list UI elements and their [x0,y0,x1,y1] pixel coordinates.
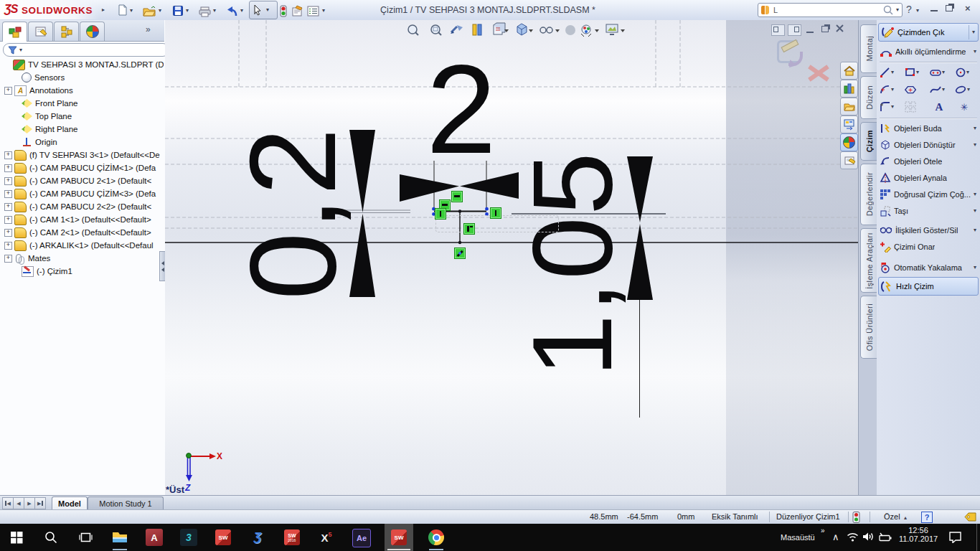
search-input[interactable] [772,5,880,15]
undo-dropdown-icon[interactable]: ▾ [240,8,243,14]
select-tool-button[interactable]: ▾ [249,1,278,19]
line-tool[interactable]: ▾ [880,65,898,80]
relation-horizontal-icon[interactable] [451,191,463,202]
search-icon[interactable] [883,5,893,15]
help-button[interactable]: ? [906,4,912,15]
section-view-icon[interactable] [473,24,481,35]
tab-montaj[interactable]: Montaj [860,24,877,73]
dropdown-icon[interactable]: ▾ [891,87,894,93]
last-tab-button[interactable]: ▶ [34,497,46,509]
dropdown-icon[interactable]: ▾ [974,208,976,214]
start-button[interactable] [8,529,25,546]
next-tab-button[interactable]: ▶ [24,497,35,509]
expander-icon[interactable]: + [4,242,12,250]
custom-properties-toggle[interactable]: Özel [884,512,900,521]
dropdown-icon[interactable] [529,29,533,32]
tree-item-annotations[interactable]: +AAnnotations [3,84,164,97]
slot-tool[interactable]: ▾ [930,65,948,80]
rebuild-status-icon[interactable] [852,512,860,523]
polygon-tool[interactable] [905,82,923,98]
tree-item-top-plane[interactable]: Top Plane [3,110,164,123]
expander-icon[interactable]: + [4,87,12,95]
tab-property-manager[interactable] [28,22,53,41]
tab-degerlendir[interactable]: Değerlendir [860,164,877,225]
taskbar-search-icon[interactable] [42,529,60,546]
tree-item-component[interactable]: +(-) ARKALIK<1> (Default<<Defaul [3,239,164,252]
rebuild-traffic-light-icon[interactable] [280,2,287,19]
home-icon[interactable] [840,62,858,80]
child-minimize-button[interactable] [806,32,814,33]
expander-icon[interactable]: + [4,177,12,185]
circle-tool[interactable]: ▾ [955,65,974,80]
repair-sketch-button[interactable]: Çizimi Onar [878,239,979,254]
resources-icon[interactable] [840,80,858,98]
expander-icon[interactable]: + [4,190,12,198]
pane-split-right-button[interactable] [788,24,801,36]
relation-vertical-icon[interactable] [435,208,446,220]
child-restore-button[interactable] [821,26,829,32]
tree-item-root[interactable]: TV SEHPASI 3 MONTAJ.SLDPRT (Defa [3,58,164,71]
action-center-icon[interactable] [948,531,962,543]
dropdown-icon[interactable]: ▾ [974,142,976,148]
expander-icon[interactable]: + [4,229,12,237]
dropdown-icon[interactable]: ▾ [891,104,894,110]
chrome-icon[interactable] [428,529,445,546]
tree-item-component[interactable]: +(-) CAM PABUCU 2<1> (Default< [3,174,164,187]
move-entities-button[interactable]: Taşı▾ [878,203,979,218]
design-library-folder-icon[interactable] [840,98,858,116]
tab-cizim[interactable]: Çizim [860,122,877,161]
fillet-tool[interactable]: ▾ [880,99,898,115]
save-dropdown-icon[interactable]: ▾ [186,8,189,14]
solidworks-resources-icon[interactable]: Ʒ [249,529,266,546]
tab-model[interactable]: Model [52,496,88,510]
dropdown-icon[interactable]: ▾ [974,192,976,197]
pane-split-left-button[interactable] [771,24,785,36]
menu-flyout-icon[interactable]: ▸ [102,7,105,13]
tray-overflow-icon[interactable]: » [821,527,825,534]
tree-item-sketch[interactable]: (-) Çizim1 [3,265,164,278]
expander-icon[interactable]: + [4,151,12,159]
filter-dropdown-icon[interactable]: ▾ [19,47,22,53]
convert-entities-button[interactable]: Objeleri Dönüştür▾ [878,137,979,152]
edit-appearance-icon[interactable] [581,25,591,37]
open-dropdown-icon[interactable]: ▾ [159,8,161,14]
tree-item-right-plane[interactable]: Right Plane [3,123,164,136]
undo-button[interactable] [225,3,238,20]
dropdown-icon[interactable] [621,29,625,32]
hide-show-items-icon[interactable] [540,27,552,33]
new-document-button[interactable] [117,1,128,19]
mirror-entities-button[interactable]: Objeleri Aynala [878,170,979,185]
spline-tool[interactable]: ▾ [930,82,948,98]
previous-view-icon[interactable] [451,25,463,34]
rectangle-tool[interactable]: ▾ [905,65,923,80]
dropdown-icon[interactable]: ▾ [891,70,894,75]
expand-up-icon[interactable]: ▴ [904,514,907,521]
heads-up-view-toolbar[interactable] [404,22,626,39]
restore-button[interactable] [946,5,953,11]
clock[interactable]: 12:56 11.07.2017 [895,526,941,543]
tag-icon[interactable] [964,512,976,522]
print-button[interactable] [199,3,211,20]
dimension-value-left[interactable]: 0,2 [244,126,341,300]
view-orientation-icon[interactable] [494,23,505,34]
dropdown-icon[interactable]: ▾ [967,87,970,93]
rapid-sketch-button[interactable]: Hızlı Çizim [878,277,979,296]
appearances-scenes-icon[interactable] [840,133,858,151]
tree-item-component[interactable]: +(-) CAM 2<1> (Default<<Default> [3,226,164,239]
solidworks-2016-icon[interactable]: SW 2016 [283,529,301,546]
close-button[interactable]: × [965,4,971,13]
tab-motion-study[interactable]: Motion Study 1 [88,496,164,510]
x5-app-icon[interactable]: X 5 [318,529,335,546]
ellipse-tool[interactable]: ▾ [955,82,974,98]
battery-icon[interactable] [878,532,892,542]
dropdown-icon[interactable]: ▾ [974,49,976,55]
arc-tool[interactable]: ▾ [880,82,898,98]
quick-tips-help-button[interactable]: ? [921,512,933,523]
tree-item-sensors[interactable]: Sensors [3,71,164,84]
dropdown-icon[interactable]: ▾ [942,87,945,93]
dropdown-icon[interactable] [555,29,560,32]
zoom-fit-icon[interactable] [408,25,418,35]
exit-sketch-dropdown-icon[interactable]: ▾ [969,25,978,39]
tree-item-component[interactable]: +(-) CAM PABUCU 2<2> (Default< [3,200,164,213]
search-box[interactable]: ▾ [758,3,903,17]
